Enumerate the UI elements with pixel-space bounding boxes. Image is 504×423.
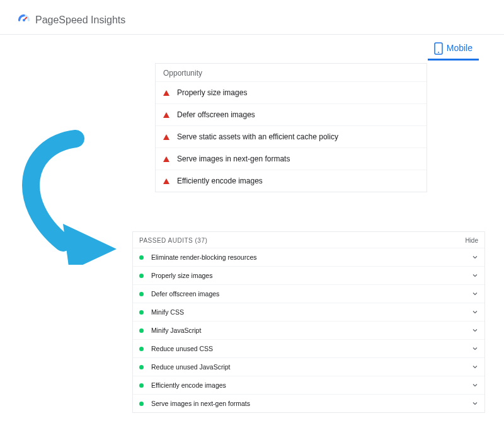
phone-icon: [434, 42, 443, 54]
pass-dot-icon: [139, 347, 144, 351]
warning-triangle-icon: [163, 90, 169, 96]
opportunity-item[interactable]: Serve static assets with an efficient ca…: [156, 125, 427, 148]
opportunity-label: Defer offscreen images: [177, 110, 255, 119]
opportunity-item[interactable]: Serve images in next-gen formats: [156, 148, 427, 170]
audit-label: Minify JavaScript: [151, 327, 472, 334]
pass-dot-icon: [139, 383, 144, 388]
audit-label: Serve images in next-gen formats: [151, 400, 472, 407]
chevron-down-icon: [472, 382, 478, 388]
pass-dot-icon: [139, 255, 144, 260]
pass-dot-icon: [139, 274, 144, 278]
audit-label: Reduce unused JavaScript: [151, 363, 472, 371]
audit-item[interactable]: Reduce unused JavaScript: [133, 357, 484, 376]
opportunity-panel: Opportunity Properly size images Defer o…: [155, 63, 427, 192]
warning-triangle-icon: [163, 134, 169, 140]
audit-label: Eliminate render-blocking resources: [151, 253, 472, 261]
audit-item[interactable]: Reduce unused CSS: [133, 339, 484, 357]
audit-item[interactable]: Eliminate render-blocking resources: [133, 248, 484, 266]
audit-item[interactable]: Properly size images: [133, 266, 484, 284]
warning-triangle-icon: [163, 112, 169, 118]
audit-label: Minify CSS: [151, 308, 472, 316]
opportunity-item[interactable]: Properly size images: [156, 81, 427, 103]
hide-button[interactable]: Hide: [465, 237, 478, 244]
chevron-down-icon: [472, 272, 478, 279]
pass-dot-icon: [139, 292, 144, 296]
audit-label: Efficiently encode images: [151, 381, 472, 389]
pagespeed-logo: [18, 14, 30, 26]
warning-triangle-icon: [163, 178, 169, 184]
chevron-down-icon: [472, 345, 478, 352]
pass-dot-icon: [139, 310, 144, 315]
audit-item[interactable]: Minify CSS: [133, 303, 484, 321]
audit-item[interactable]: Serve images in next-gen formats: [133, 394, 484, 412]
page-header: PageSpeed Insights: [0, 0, 504, 35]
opportunity-label: Serve images in next-gen formats: [177, 154, 290, 163]
opportunity-item[interactable]: Defer offscreen images: [156, 103, 427, 125]
curved-arrow-icon: [6, 126, 145, 265]
svg-point-2: [438, 52, 439, 53]
pass-dot-icon: [139, 365, 144, 369]
audit-label: Reduce unused CSS: [151, 345, 472, 352]
chevron-down-icon: [472, 327, 478, 333]
chevron-down-icon: [472, 364, 478, 370]
tab-mobile[interactable]: Mobile: [428, 38, 479, 61]
audit-item[interactable]: Efficiently encode images: [133, 376, 484, 394]
tab-bar: Mobile: [0, 35, 504, 61]
opportunity-label: Serve static assets with an efficient ca…: [177, 132, 338, 141]
pass-dot-icon: [139, 328, 144, 333]
audit-item[interactable]: Defer offscreen images: [133, 284, 484, 303]
audit-item[interactable]: Minify JavaScript: [133, 321, 484, 339]
opportunity-item[interactable]: Efficiently encode images: [156, 170, 427, 192]
passed-audits-title: PASSED AUDITS (37): [139, 237, 207, 244]
passed-audits-panel: PASSED AUDITS (37) Hide Eliminate render…: [132, 231, 485, 413]
chevron-down-icon: [472, 291, 478, 297]
pass-dot-icon: [139, 402, 144, 406]
warning-triangle-icon: [163, 156, 169, 162]
opportunity-label: Efficiently encode images: [177, 177, 263, 185]
opportunity-heading: Opportunity: [156, 64, 427, 81]
passed-audits-header: PASSED AUDITS (37) Hide: [133, 232, 484, 248]
tab-mobile-label: Mobile: [447, 43, 472, 53]
product-title: PageSpeed Insights: [35, 14, 125, 26]
audit-label: Properly size images: [151, 272, 472, 279]
chevron-down-icon: [472, 254, 478, 260]
audit-label: Defer offscreen images: [151, 290, 472, 298]
opportunity-label: Properly size images: [177, 88, 247, 97]
chevron-down-icon: [472, 309, 478, 315]
svg-point-0: [23, 19, 25, 21]
chevron-down-icon: [472, 400, 478, 407]
